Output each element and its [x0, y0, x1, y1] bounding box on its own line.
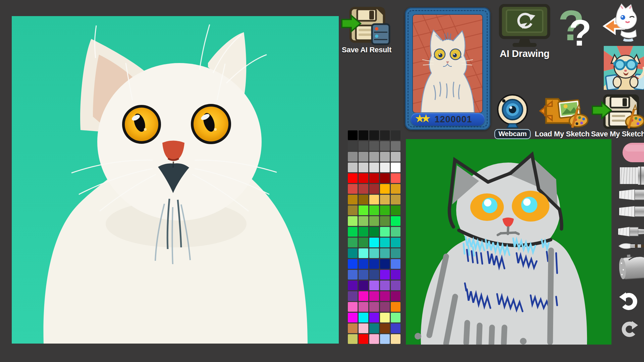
palette-swatch[interactable] [359, 216, 368, 226]
palette-swatch[interactable] [369, 313, 379, 322]
palette-swatch[interactable] [380, 227, 390, 237]
palette-swatch[interactable] [391, 270, 400, 280]
palette-swatch[interactable] [391, 152, 400, 162]
save-my-sketch-button[interactable]: Save My Sketch [591, 94, 644, 138]
palette-swatch[interactable] [359, 152, 368, 162]
sketch-canvas[interactable] [406, 139, 611, 345]
palette-swatch[interactable] [359, 163, 368, 172]
palette-swatch[interactable] [391, 227, 400, 237]
palette-swatch[interactable] [348, 270, 358, 280]
palette-swatch[interactable] [359, 227, 368, 237]
palette-swatch[interactable] [359, 248, 368, 258]
eraser-tool[interactable] [623, 143, 644, 164]
palette-swatch[interactable] [359, 270, 368, 280]
palette-swatch[interactable] [391, 302, 400, 312]
palette-swatch[interactable] [380, 163, 390, 172]
palette-swatch[interactable] [391, 184, 400, 194]
palette-swatch[interactable] [369, 173, 379, 183]
palette-swatch[interactable] [380, 270, 390, 280]
palette-swatch[interactable] [380, 130, 390, 140]
load-my-sketch-button[interactable]: Load My Sketch [532, 94, 593, 138]
palette-swatch[interactable] [369, 163, 379, 172]
palette-swatch[interactable] [380, 195, 390, 204]
palette-swatch[interactable] [380, 334, 390, 344]
palette-swatch[interactable] [369, 302, 379, 312]
palette-swatch[interactable] [359, 291, 368, 301]
palette-swatch[interactable] [348, 238, 358, 247]
palette-swatch[interactable] [369, 152, 379, 162]
palette-swatch[interactable] [391, 130, 400, 140]
palette-swatch[interactable] [380, 184, 390, 194]
palette-swatch[interactable] [380, 323, 390, 333]
palette-swatch[interactable] [380, 238, 390, 247]
palette-swatch[interactable] [369, 130, 379, 140]
undo-button[interactable] [619, 292, 639, 311]
palette-swatch[interactable] [380, 302, 390, 312]
palette-swatch[interactable] [348, 323, 358, 333]
palette-swatch[interactable] [348, 281, 358, 290]
palette-swatch[interactable] [369, 195, 379, 204]
help-button[interactable]: ? ? [557, 3, 595, 48]
palette-swatch[interactable] [348, 163, 358, 172]
palette-swatch[interactable] [369, 334, 379, 344]
palette-swatch[interactable] [359, 195, 368, 204]
palette-swatch[interactable] [348, 152, 358, 162]
palette-swatch[interactable] [380, 205, 390, 215]
palette-swatch[interactable] [348, 291, 358, 301]
back-button[interactable] [602, 3, 641, 42]
palette-swatch[interactable] [380, 216, 390, 226]
palette-swatch[interactable] [380, 248, 390, 258]
palette-swatch[interactable] [380, 291, 390, 301]
palette-swatch[interactable] [359, 323, 368, 333]
palette-swatch[interactable] [359, 141, 368, 151]
palette-swatch[interactable] [369, 184, 379, 194]
palette-swatch[interactable] [391, 238, 400, 247]
airbrush-tool[interactable] [619, 252, 644, 282]
palette-swatch[interactable] [348, 334, 358, 344]
reference-card[interactable]: ★★ 1200001 [405, 7, 490, 130]
palette-swatch[interactable] [359, 173, 368, 183]
palette-swatch[interactable] [369, 205, 379, 215]
palette-swatch[interactable] [359, 334, 368, 344]
flat-brush-large-tool[interactable] [619, 189, 644, 201]
round-detail-brush-tool[interactable] [618, 242, 644, 250]
palette-swatch[interactable] [380, 141, 390, 151]
palette-swatch[interactable] [380, 173, 390, 183]
palette-swatch[interactable] [391, 195, 400, 204]
palette-swatch[interactable] [359, 205, 368, 215]
palette-swatch[interactable] [369, 227, 379, 237]
palette-swatch[interactable] [369, 216, 379, 226]
wide-flat-brush-tool[interactable] [620, 166, 644, 185]
palette-swatch[interactable] [348, 216, 358, 226]
ai-drawing-button[interactable]: AI Drawing [496, 4, 553, 59]
palette-swatch[interactable] [359, 259, 368, 269]
webcam-button[interactable]: Webcam [495, 94, 530, 139]
palette-swatch[interactable] [380, 313, 390, 322]
palette-swatch[interactable] [348, 184, 358, 194]
palette-swatch[interactable] [348, 205, 358, 215]
palette-swatch[interactable] [380, 281, 390, 290]
palette-swatch[interactable] [369, 323, 379, 333]
save-ai-result-button[interactable]: Save AI Result [336, 7, 397, 54]
palette-swatch[interactable] [359, 313, 368, 322]
palette-swatch[interactable] [359, 238, 368, 247]
palette-swatch[interactable] [391, 323, 400, 333]
palette-swatch[interactable] [391, 173, 400, 183]
palette-swatch[interactable] [369, 141, 379, 151]
palette-swatch[interactable] [391, 313, 400, 322]
palette-swatch[interactable] [391, 334, 400, 344]
palette-swatch[interactable] [348, 130, 358, 140]
flat-brush-small-tool[interactable] [618, 226, 644, 237]
palette-swatch[interactable] [359, 184, 368, 194]
palette-swatch[interactable] [348, 173, 358, 183]
palette-swatch[interactable] [391, 291, 400, 301]
palette-swatch[interactable] [359, 130, 368, 140]
palette-swatch[interactable] [380, 152, 390, 162]
palette-swatch[interactable] [391, 281, 400, 290]
palette-swatch[interactable] [348, 313, 358, 322]
palette-swatch[interactable] [391, 248, 400, 258]
palette-swatch[interactable] [369, 238, 379, 247]
palette-swatch[interactable] [391, 205, 400, 215]
palette-swatch[interactable] [391, 141, 400, 151]
palette-swatch[interactable] [348, 248, 358, 258]
